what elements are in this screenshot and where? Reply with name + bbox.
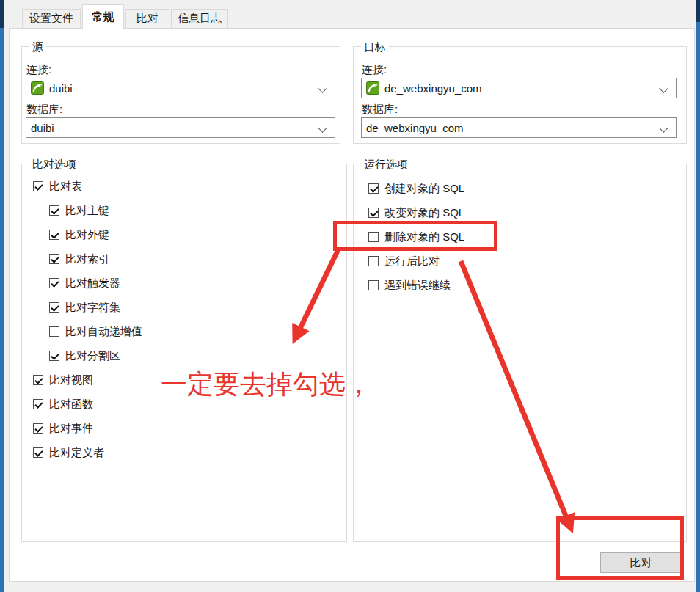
checkbox[interactable] bbox=[33, 181, 43, 191]
combo-value: de_webxingyu_com bbox=[366, 122, 464, 134]
chevron-down-icon bbox=[659, 84, 668, 93]
checkbox-row-create-sql: 创建对象的 SQL bbox=[368, 181, 686, 196]
checkbox-label: 比对事件 bbox=[49, 421, 93, 436]
mysql-connection-icon bbox=[31, 81, 44, 95]
checkbox-row-view: 比对视图 bbox=[33, 373, 346, 387]
tab-content-panel: 源 连接: duibi 数据库: duibi bbox=[9, 28, 695, 582]
checkbox-label: 比对字符集 bbox=[65, 300, 120, 315]
checkbox-row-definer: 比对定义者 bbox=[33, 445, 346, 460]
checkbox-row-foreign-key: 比对外键 bbox=[49, 227, 346, 242]
chevron-down-icon bbox=[318, 123, 327, 133]
target-group: 目标 连接: de_webxingyu_com 数据库: d bbox=[353, 46, 687, 144]
checkbox-label: 比对外键 bbox=[65, 227, 109, 242]
checkbox[interactable] bbox=[33, 447, 43, 458]
checkbox[interactable] bbox=[49, 278, 59, 288]
checkbox-label: 比对分割区 bbox=[65, 348, 120, 363]
checkbox-row-compare-table: 比对表 bbox=[33, 179, 346, 194]
source-group: 源 连接: duibi 数据库: duibi bbox=[21, 46, 340, 144]
checkbox[interactable] bbox=[49, 254, 59, 264]
checkbox-row-primary-key: 比对主键 bbox=[49, 203, 346, 218]
checkbox[interactable] bbox=[33, 423, 43, 434]
checkbox[interactable] bbox=[49, 230, 59, 240]
checkbox[interactable] bbox=[49, 302, 59, 313]
checkbox-label: 改变对象的 SQL bbox=[384, 205, 464, 220]
checkbox-row-event: 比对事件 bbox=[33, 421, 346, 436]
checkbox[interactable] bbox=[368, 183, 379, 194]
mysql-connection-icon bbox=[366, 81, 379, 95]
checkbox-label: 创建对象的 SQL bbox=[384, 181, 464, 196]
compare-options-title: 比对选项 bbox=[29, 158, 79, 170]
tab-info-log[interactable]: 信息日志 bbox=[171, 9, 228, 28]
checkbox-row-auto-increment: 比对自动递增值 bbox=[49, 324, 346, 339]
checkbox-label: 比对表 bbox=[49, 179, 82, 194]
checkbox-row-function: 比对函数 bbox=[33, 397, 346, 412]
combo-value: duibi bbox=[31, 122, 54, 134]
tab-settings-file[interactable]: 设置文件 bbox=[22, 9, 81, 28]
checkbox-label: 比对视图 bbox=[49, 373, 93, 387]
dialog-body: 设置文件 常规 比对 信息日志 源 连接: duibi bbox=[4, 0, 696, 592]
run-options-title: 运行选项 bbox=[361, 158, 411, 170]
source-group-title: 源 bbox=[29, 40, 46, 53]
source-connection-select[interactable]: duibi bbox=[26, 78, 335, 98]
checkbox[interactable] bbox=[33, 399, 43, 409]
checkbox-row-charset: 比对字符集 bbox=[49, 300, 346, 315]
target-connection-label: 连接: bbox=[362, 63, 677, 76]
checkbox[interactable] bbox=[49, 205, 59, 216]
checkbox-label: 比对触发器 bbox=[65, 276, 120, 290]
checkbox[interactable] bbox=[49, 351, 59, 361]
structure-sync-dialog: 设置文件 常规 比对 信息日志 源 连接: duibi bbox=[0, 0, 700, 592]
tab-general[interactable]: 常规 bbox=[82, 4, 124, 29]
checkbox-label: 比对函数 bbox=[49, 397, 93, 412]
target-database-label: 数据库: bbox=[362, 103, 677, 116]
run-options-group: 运行选项 创建对象的 SQL 改变对象的 SQL 删除对象的 SQL bbox=[353, 164, 687, 542]
compare-button[interactable]: 比对 bbox=[600, 552, 682, 573]
checkbox-label: 删除对象的 SQL bbox=[384, 230, 464, 244]
checkbox-row-partition: 比对分割区 bbox=[49, 348, 346, 363]
checkbox[interactable] bbox=[49, 326, 59, 337]
source-database-label: 数据库: bbox=[26, 103, 335, 116]
combo-value: duibi bbox=[49, 82, 73, 95]
target-database-select[interactable]: de_webxingyu_com bbox=[361, 117, 677, 138]
checkbox-label: 运行后比对 bbox=[384, 254, 440, 268]
checkbox[interactable] bbox=[368, 232, 379, 242]
chevron-down-icon bbox=[318, 84, 327, 93]
checkbox-row-continue-on-error: 遇到错误继续 bbox=[368, 278, 686, 293]
checkbox-label: 遇到错误继续 bbox=[384, 278, 451, 293]
checkbox-label: 比对索引 bbox=[65, 252, 109, 266]
target-group-title: 目标 bbox=[361, 40, 389, 53]
source-database-select[interactable]: duibi bbox=[26, 117, 335, 138]
checkbox-label: 比对主键 bbox=[65, 203, 109, 218]
checkbox[interactable] bbox=[368, 208, 379, 218]
checkbox-row-drop-sql: 删除对象的 SQL bbox=[368, 230, 686, 244]
checkbox-label: 比对自动递增值 bbox=[65, 324, 142, 339]
background-window-edge-right bbox=[696, 0, 700, 592]
checkbox[interactable] bbox=[33, 375, 43, 385]
tab-compare[interactable]: 比对 bbox=[125, 9, 169, 28]
source-connection-label: 连接: bbox=[26, 63, 335, 76]
combo-value: de_webxingyu_com bbox=[384, 82, 482, 95]
checkbox-row-index: 比对索引 bbox=[49, 252, 346, 266]
checkbox-label: 比对定义者 bbox=[49, 445, 104, 460]
checkbox[interactable] bbox=[368, 280, 379, 290]
target-connection-select[interactable]: de_webxingyu_com bbox=[361, 78, 677, 98]
chevron-down-icon bbox=[659, 123, 668, 133]
checkbox-row-trigger: 比对触发器 bbox=[49, 276, 346, 290]
checkbox[interactable] bbox=[368, 256, 379, 266]
checkbox-row-alter-sql: 改变对象的 SQL bbox=[368, 205, 686, 220]
checkbox-row-compare-after-run: 运行后比对 bbox=[368, 254, 686, 268]
compare-options-group: 比对选项 比对表 比对主键 比对外键 bbox=[21, 164, 347, 542]
